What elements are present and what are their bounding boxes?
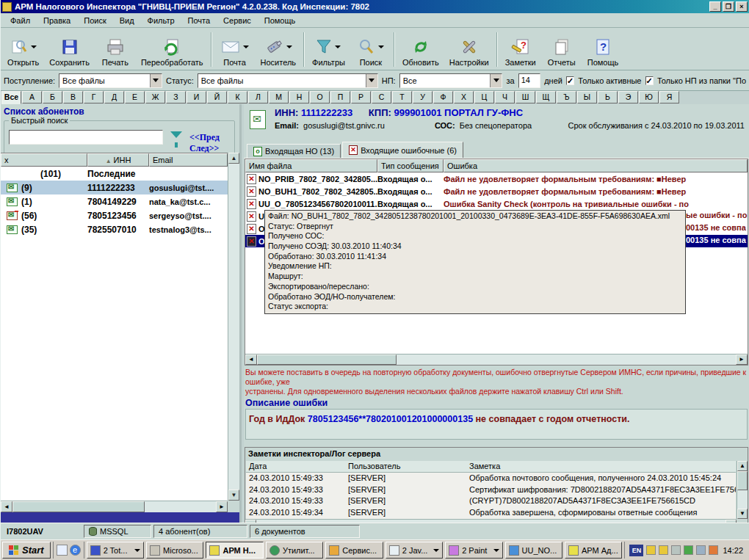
alphabet-tab[interactable]: В (63, 91, 83, 103)
alphabet-tab[interactable]: Ъ (557, 91, 576, 103)
days-input[interactable]: 14 (518, 73, 541, 88)
tray-icon[interactable] (696, 545, 706, 555)
taskbar-task[interactable]: Microso... (146, 542, 203, 559)
alphabet-tab[interactable]: Ф (433, 91, 453, 103)
taskbar-task[interactable]: 2 Paint (445, 542, 502, 559)
subscriber-vscrollbar[interactable]: ▲ ▼ (228, 153, 239, 501)
menu-item[interactable]: Сервис (217, 15, 258, 26)
mail-dropdown-arrow[interactable] (243, 46, 249, 48)
start-button[interactable]: Start (2, 542, 51, 559)
alphabet-tab[interactable]: Л (248, 91, 268, 103)
file-col-error[interactable]: Ошибка (444, 159, 748, 172)
alphabet-tab[interactable]: З (166, 91, 186, 103)
tray-icon[interactable] (671, 545, 681, 555)
receipt-filter-combo[interactable]: Все файлы (59, 73, 162, 88)
search-button[interactable]: Поиск (350, 29, 391, 70)
alphabet-tab[interactable]: Ц (474, 91, 494, 103)
alphabet-tab[interactable]: Б (43, 91, 62, 103)
task-dropdown-arrow[interactable] (493, 549, 499, 552)
file-row[interactable]: ✕NO_BUH1_7802_7802_342805... Входящая о.… (245, 185, 748, 197)
show-desktop-icon[interactable] (57, 545, 68, 556)
tray-icon[interactable] (659, 545, 668, 555)
reprocess-button[interactable]: Переобработать (136, 29, 209, 70)
combo-dropdown-button[interactable] (150, 74, 162, 87)
menu-item[interactable]: Правка (37, 15, 77, 26)
taskbar-task[interactable]: АРМ Н... (206, 542, 263, 559)
file-col-type[interactable]: Тип сообщения (377, 159, 444, 172)
save-button[interactable]: Сохранить (44, 29, 95, 70)
subscriber-col-email[interactable]: Email (149, 153, 228, 167)
only-active-checkbox[interactable]: ✓ (566, 76, 574, 85)
menu-item[interactable]: Файл (4, 15, 37, 26)
settings-button[interactable]: Настройки (444, 29, 494, 70)
log-vscrollbar[interactable]: ▲ ▼ (737, 461, 748, 519)
scroll-down-arrow[interactable]: ▼ (228, 490, 239, 501)
menu-item[interactable]: Почта (181, 15, 217, 26)
file-row[interactable]: ✕UU_O_78051234567802010011... Входящая о… (245, 197, 748, 210)
task-dropdown-arrow[interactable] (433, 549, 439, 552)
subscriber-col-flag[interactable]: x (1, 153, 87, 167)
taskbar-task[interactable]: 2 Jav... (386, 542, 443, 559)
alphabet-tab[interactable]: П (330, 91, 350, 103)
alphabet-tab[interactable]: Т (392, 91, 412, 103)
alphabet-tab[interactable]: Ч (495, 91, 515, 103)
internet-explorer-icon[interactable]: e (70, 545, 81, 556)
scroll-up-arrow[interactable]: ▲ (737, 461, 748, 471)
quick-filter-funnel-icon[interactable] (170, 131, 182, 138)
log-row[interactable]: 24.03.2010 15:49:33 [SERVER] Сертификат … (246, 484, 736, 496)
alphabet-tab[interactable]: Ь (598, 91, 618, 103)
scroll-thumb[interactable] (12, 501, 145, 512)
alphabet-tab[interactable]: Ю (639, 91, 659, 103)
task-dropdown-arrow[interactable] (134, 549, 140, 552)
alphabet-tab[interactable]: О (310, 91, 330, 103)
alphabet-tab[interactable]: Все (1, 91, 21, 104)
log-col-date[interactable]: Дата (246, 461, 345, 472)
alphabet-tab[interactable]: С (372, 91, 391, 103)
alphabet-tab[interactable]: Э (618, 91, 638, 103)
filters-button[interactable]: Фильтры (307, 29, 350, 70)
media-dropdown-arrow[interactable] (286, 46, 292, 48)
help-button[interactable]: ? Помощь (582, 29, 624, 70)
alphabet-tab[interactable]: Й (207, 91, 227, 103)
scroll-up-arrow[interactable]: ▲ (228, 153, 239, 164)
subscriber-row[interactable]: (56) 7805123456 sergeyso@tst.... (1, 208, 228, 222)
alphabet-tab[interactable]: К (228, 91, 247, 103)
alphabet-tab[interactable]: Я (659, 91, 679, 103)
search-dropdown-arrow[interactable] (378, 46, 384, 48)
refresh-button[interactable]: Обновить (397, 29, 444, 70)
subscriber-row[interactable]: (35) 7825507010 testnalog3@ts... (1, 222, 228, 236)
minimize-button[interactable]: _ (709, 1, 721, 12)
taskbar-task[interactable]: Утилит... (266, 542, 323, 559)
language-indicator[interactable]: EN (629, 545, 643, 556)
close-button[interactable]: × (736, 1, 748, 12)
subscriber-row[interactable]: (9) 1111222233 gosuslugi@tst.... (1, 181, 228, 194)
alphabet-tab[interactable]: Ж (145, 91, 165, 103)
open-button[interactable]: Открыть (2, 29, 44, 70)
document-tab[interactable]: ✕ Входящие ошибочные (6) (342, 142, 463, 158)
log-row[interactable]: 24.03.2010 15:49:34 [SERVER] Обработка з… (246, 507, 736, 519)
scroll-right-arrow[interactable]: ► (216, 501, 228, 512)
tray-icon[interactable] (709, 545, 718, 555)
scroll-right-arrow[interactable]: ► (736, 354, 748, 365)
tray-icon[interactable] (646, 545, 656, 555)
taskbar-task[interactable]: 2 Tot... (87, 542, 144, 559)
taskbar-task[interactable]: Сервис... (325, 542, 383, 559)
menu-item[interactable]: Поиск (77, 15, 112, 26)
subscriber-hscrollbar[interactable]: ◄ ► (1, 501, 228, 512)
only-np-folder-checkbox[interactable]: ✓ (645, 76, 654, 85)
log-row[interactable]: 24.03.2010 15:49:33 [SERVER] Обработка п… (246, 473, 736, 484)
restore-button[interactable]: ❐ (723, 1, 734, 12)
document-tab[interactable]: о Входящая НО (13) (247, 144, 341, 158)
prev-next-links[interactable]: <<Пред След>> (189, 132, 234, 154)
alphabet-tab[interactable]: Х (454, 91, 474, 103)
subscriber-col-inn[interactable]: ▲ИНН (87, 153, 149, 167)
np-filter-combo[interactable]: Все (399, 73, 503, 88)
file-row[interactable]: ✕NO_PRIB_7802_7802_342805... Входящая о.… (245, 172, 748, 185)
media-button[interactable]: Носитель (256, 29, 302, 70)
alphabet-tab[interactable]: Н (289, 91, 309, 103)
print-button[interactable]: Печать (95, 29, 136, 70)
alphabet-tab[interactable]: Е (125, 91, 145, 103)
taskbar-task[interactable]: АРМ Ад... (565, 542, 622, 559)
subscriber-row[interactable]: (1) 7804149229 nata_ka@tst.c... (1, 194, 228, 208)
alphabet-tab[interactable]: Ш (515, 91, 535, 103)
